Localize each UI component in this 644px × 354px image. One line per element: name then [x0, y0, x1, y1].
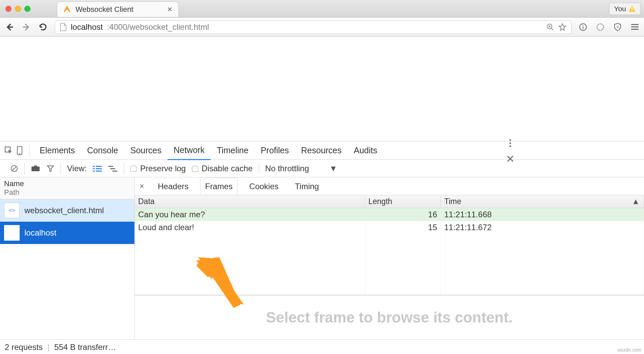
close-tab-icon[interactable]: × — [167, 4, 172, 15]
request-row[interactable]: localhost — [0, 222, 134, 244]
frames-empty-grid — [135, 234, 644, 295]
frames-header-row[interactable]: Data Length Time▲ — [135, 195, 644, 208]
tab-resources[interactable]: Resources — [295, 141, 348, 159]
url-host: localhost — [71, 22, 103, 32]
watermark: wsxdn.com — [618, 347, 641, 353]
svg-point-6 — [597, 24, 604, 30]
ws-file-icon — [4, 225, 20, 241]
request-row[interactable]: <> websocket_client.html — [0, 199, 134, 222]
toolbar-extensions: u — [579, 23, 639, 31]
col-path: Path — [4, 188, 130, 197]
frame-row[interactable]: Loud and clear! 15 11:21:11.672 — [135, 221, 644, 234]
filter-icon[interactable] — [46, 164, 55, 173]
tab-frames[interactable]: Frames — [200, 178, 238, 195]
view-waterfall-icon[interactable] — [108, 165, 118, 172]
col-length: Length — [365, 195, 441, 208]
tab-title: Websocket Client — [76, 5, 163, 14]
reload-button[interactable] — [39, 23, 47, 31]
hamburger-menu-icon[interactable] — [630, 23, 639, 31]
back-button[interactable] — [5, 22, 14, 32]
svg-rect-23 — [96, 168, 102, 169]
traffic-lights — [5, 6, 30, 12]
browser-toolbar: localhost:4000/websocket_client.html u — [0, 18, 644, 37]
svg-rect-0 — [632, 7, 632, 10]
extension-shield-icon[interactable]: u — [614, 23, 622, 31]
network-toolbar: View: Preserve log Disable cache No thro… — [0, 160, 644, 177]
svg-rect-8 — [631, 24, 639, 25]
url-path: :4000/websocket_client.html — [107, 22, 209, 32]
view-list-icon[interactable] — [93, 165, 102, 172]
svg-point-15 — [510, 142, 511, 144]
address-bar[interactable]: localhost:4000/websocket_client.html — [55, 20, 572, 34]
minimize-window-button[interactable] — [15, 6, 21, 12]
svg-rect-5 — [583, 26, 583, 29]
frames-table: Data Length Time▲ Can you hear me? 16 11… — [135, 195, 644, 295]
ws-favicon-icon — [63, 6, 71, 13]
zoom-icon[interactable] — [546, 23, 554, 31]
request-list-header[interactable]: Name Path — [0, 177, 134, 199]
frame-prompt: Select frame to browse its content. — [135, 295, 644, 339]
status-requests: 2 requests — [5, 342, 43, 352]
tab-sources[interactable]: Sources — [124, 141, 168, 159]
tab-console[interactable]: Console — [81, 141, 124, 159]
profile-button[interactable]: You — [609, 3, 641, 15]
close-devtools-icon[interactable] — [507, 155, 514, 162]
kebab-menu-icon[interactable] — [509, 139, 512, 148]
svg-point-14 — [510, 139, 511, 141]
bookmark-star-icon[interactable] — [558, 23, 566, 31]
col-name: Name — [4, 179, 130, 188]
detail-tabs: × Headers Frames Cookies Timing — [135, 177, 644, 195]
svg-rect-25 — [96, 171, 102, 172]
inspect-icon[interactable] — [3, 146, 14, 155]
svg-rect-21 — [96, 166, 102, 167]
warning-icon — [629, 6, 636, 12]
profile-label: You — [614, 5, 626, 13]
clear-button[interactable] — [10, 164, 18, 173]
preserve-log-checkbox[interactable]: Preserve log — [130, 164, 186, 173]
tab-elements[interactable]: Elements — [34, 141, 81, 159]
svg-rect-1 — [632, 10, 632, 11]
request-list-panel: Name Path <> websocket_client.html local… — [0, 177, 135, 339]
col-time: Time▲ — [441, 195, 644, 208]
tab-audits[interactable]: Audits — [348, 141, 383, 159]
request-name: websocket_client.html — [24, 206, 104, 215]
svg-rect-20 — [93, 166, 95, 167]
request-name: localhost — [24, 228, 57, 238]
sort-caret-icon: ▲ — [632, 197, 640, 206]
svg-rect-18 — [31, 167, 40, 171]
tab-timeline[interactable]: Timeline — [211, 141, 255, 159]
devtools-panel: Elements Console Sources Network Timelin… — [0, 141, 644, 354]
col-data: Data — [135, 195, 365, 208]
close-detail-icon[interactable]: × — [139, 181, 144, 191]
tab-network[interactable]: Network — [168, 141, 211, 160]
svg-point-16 — [510, 145, 511, 147]
browser-tab[interactable]: Websocket Client × — [57, 1, 179, 17]
disable-cache-checkbox[interactable]: Disable cache — [192, 164, 253, 173]
forward-button[interactable] — [22, 22, 31, 32]
extension-cookie-icon[interactable] — [596, 23, 605, 31]
svg-rect-22 — [93, 168, 95, 169]
zoom-window-button[interactable] — [24, 6, 30, 12]
svg-rect-27 — [110, 168, 115, 169]
tab-profiles[interactable]: Profiles — [255, 141, 295, 159]
device-toggle-icon[interactable] — [14, 146, 25, 155]
capture-screenshots-icon[interactable] — [31, 165, 40, 172]
chevron-down-icon: ▼ — [329, 164, 338, 173]
tab-headers[interactable]: Headers — [153, 178, 193, 195]
svg-rect-4 — [583, 25, 583, 26]
tab-cookies[interactable]: Cookies — [244, 178, 283, 195]
page-icon — [60, 23, 67, 31]
throttling-select[interactable]: No throttling ▼ — [265, 164, 337, 173]
svg-text:u: u — [617, 25, 619, 29]
svg-rect-26 — [108, 166, 113, 167]
view-label: View: — [67, 164, 87, 173]
svg-rect-19 — [34, 165, 37, 167]
request-detail-panel: × Headers Frames Cookies Timing Data Len… — [135, 177, 644, 339]
extension-info-icon[interactable] — [579, 23, 587, 31]
tab-timing[interactable]: Timing — [290, 178, 324, 195]
close-window-button[interactable] — [5, 6, 12, 12]
svg-rect-13 — [19, 153, 20, 154]
frame-row[interactable]: Can you hear me? 16 11:21:11.668 — [135, 208, 644, 221]
html-file-icon: <> — [4, 203, 20, 218]
devtools-tabs: Elements Console Sources Network Timelin… — [0, 141, 644, 160]
